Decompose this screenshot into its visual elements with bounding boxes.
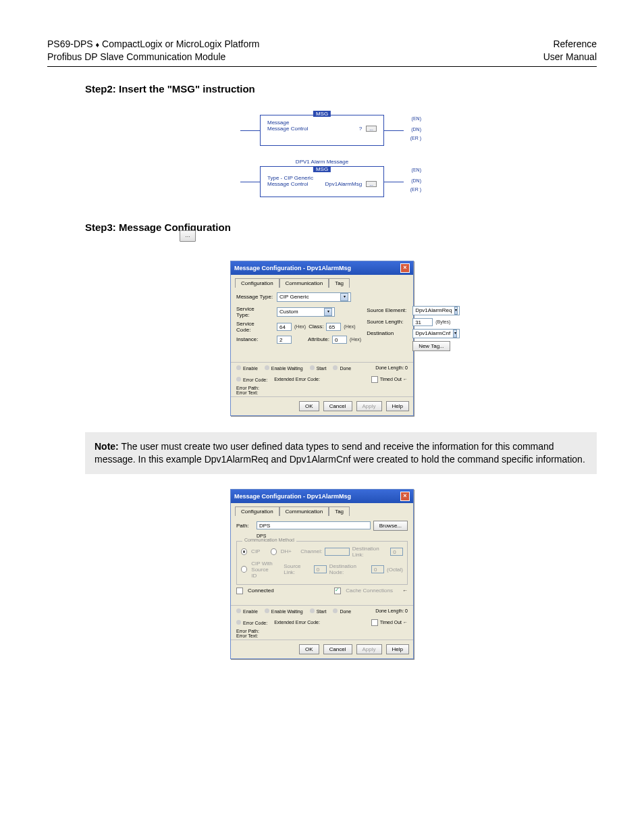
attribute-label: Attribute: (308, 336, 329, 342)
cache-connections-label: Cache Connections (346, 588, 393, 594)
radio-dh[interactable] (271, 548, 277, 555)
cancel-button[interactable]: Cancel (323, 644, 352, 654)
header-rule (47, 66, 597, 67)
radio-cip-source-id[interactable] (241, 566, 247, 573)
ladder2-tag: Dpv1AlarmMsg (325, 181, 362, 187)
comm-method-group: Communication Method CIP DH+ Channel: De… (236, 541, 408, 585)
close-icon[interactable]: × (400, 263, 410, 273)
status-row-1: Enable Enable Waiting Start Done Done Le… (231, 605, 413, 617)
ok-button[interactable]: OK (299, 644, 319, 654)
pin-dn: (DN) (411, 127, 421, 132)
chevron-down-icon: ▾ (324, 308, 332, 316)
service-type-label: Service Type: (236, 306, 274, 318)
service-type-select[interactable]: Custom▾ (277, 307, 335, 317)
apply-button[interactable]: Apply (356, 401, 382, 411)
note-body: The user must create two user defined da… (95, 441, 585, 465)
pin-er: (ER ) (410, 187, 421, 192)
connected-label: Connected (248, 588, 274, 594)
tab-communication[interactable]: Communication (279, 278, 329, 288)
pin-dn: (DN) (411, 178, 421, 183)
connected-checkbox[interactable] (236, 588, 243, 594)
service-code-label: Service Code: (236, 321, 274, 333)
msg-config-dialog-communication: Message Configuration - Dpv1AlarmMsg × C… (230, 489, 414, 659)
service-code-input[interactable]: 64 (277, 323, 292, 331)
note-box: Note: The user must create two user defi… (85, 432, 597, 474)
source-element-label: Source Element: (367, 307, 410, 313)
chevron-down-icon: ▾ (453, 330, 457, 338)
timed-out-checkbox[interactable] (371, 376, 378, 383)
ladder2-line2: Message Control (267, 181, 308, 187)
step2-heading: Step2: Insert the "MSG" instruction (85, 83, 597, 95)
dialog-title: Message Configuration - Dpv1AlarmMsg (234, 265, 351, 271)
header-left-1a: PS69-DPS (47, 38, 96, 49)
apply-button[interactable]: Apply (356, 644, 382, 654)
header-right-2: User Manual (543, 51, 597, 63)
status-row-2: Error Code: Extended Error Code: Timed O… (231, 617, 413, 629)
radio-cip[interactable] (241, 548, 247, 555)
msg-config-button[interactable]: ... (366, 181, 377, 187)
configuration-pane: Message Type: CIP Generic▾ Service Type:… (231, 287, 413, 359)
browse-button[interactable]: Browse... (373, 521, 408, 531)
pin-en: (EN) (412, 168, 421, 173)
ellipsis-icon[interactable]: ... (180, 230, 196, 242)
ladder1-line2: Message Control (267, 126, 308, 132)
close-icon[interactable]: × (400, 492, 410, 501)
source-element-select[interactable]: Dpv1AlarmReq▾ (412, 306, 460, 315)
ok-button[interactable]: OK (299, 401, 319, 411)
cancel-button[interactable]: Cancel (323, 401, 352, 411)
pin-er: (ER ) (410, 136, 421, 140)
ladder2-line1: Type - CIP Generic (267, 175, 377, 181)
page-header: PS69-DPS ♦ CompactLogix or MicroLogix Pl… (47, 38, 597, 63)
header-right-1: Reference (543, 38, 597, 51)
status-row-2: Error Code: Extended Error Code: Timed O… (231, 373, 413, 386)
header-left-1c: CompactLogix or MicroLogix Platform (99, 38, 259, 49)
msg-config-dialog-configuration: Message Configuration - Dpv1AlarmMsg × C… (230, 261, 414, 416)
communication-pane: Path: DPS Browse... DPS Communication Me… (231, 515, 413, 602)
tab-configuration[interactable]: Configuration (235, 506, 279, 516)
cache-connections-checkbox[interactable] (334, 588, 341, 594)
source-length-label: Source Length: (367, 319, 410, 325)
header-left-2: Profibus DP Slave Communication Module (47, 51, 260, 63)
msg-flag-icon: MSG (313, 166, 331, 172)
ladder2-title: DPV1 Alarm Message (296, 159, 348, 165)
chevron-down-icon: ▾ (454, 307, 458, 315)
tab-configuration[interactable]: Configuration (235, 278, 279, 288)
source-length-input[interactable]: 31 (412, 318, 433, 326)
ladder1-line1: Message (267, 120, 377, 126)
page: PS69-DPS ♦ CompactLogix or MicroLogix Pl… (0, 0, 644, 834)
destination-label: Destination (367, 330, 410, 336)
note-prefix: Note: (95, 441, 119, 452)
dialog-title: Message Configuration - Dpv1AlarmMsg (234, 493, 351, 500)
path-input[interactable]: DPS (257, 521, 371, 529)
message-type-select[interactable]: CIP Generic▾ (277, 292, 351, 302)
ladder1-q: ? (359, 126, 362, 132)
destination-select[interactable]: Dpv1AlarmCnf▾ (412, 329, 460, 338)
tab-tag[interactable]: Tag (329, 278, 350, 288)
help-button[interactable]: Help (386, 401, 409, 411)
msg-flag-icon: MSG (313, 111, 331, 117)
instance-input[interactable]: 2 (277, 336, 292, 344)
attribute-input[interactable]: 0 (332, 336, 347, 344)
new-tag-button[interactable]: New Tag... (412, 341, 450, 351)
tab-tag[interactable]: Tag (329, 506, 350, 516)
pin-en: (EN) (412, 117, 421, 122)
msg-config-button[interactable]: ... (366, 126, 377, 132)
chevron-down-icon: ▾ (340, 293, 348, 301)
path-label: Path: (236, 523, 254, 529)
instance-label: Instance: (236, 336, 274, 342)
class-label: Class: (308, 323, 323, 330)
ladder-msg-empty: MSG Message Message Control ? ... (EN) (… (260, 115, 384, 146)
ladder-msg-configured: DPV1 Alarm Message MSG Type - CIP Generi… (260, 166, 384, 197)
tab-communication[interactable]: Communication (279, 506, 329, 516)
help-button[interactable]: Help (386, 644, 409, 654)
class-input[interactable]: 65 (326, 323, 341, 331)
message-type-label: Message Type: (236, 294, 274, 300)
status-row-1: Enable Enable Waiting Start Done Done Le… (231, 362, 413, 373)
timed-out-checkbox[interactable] (371, 619, 378, 626)
